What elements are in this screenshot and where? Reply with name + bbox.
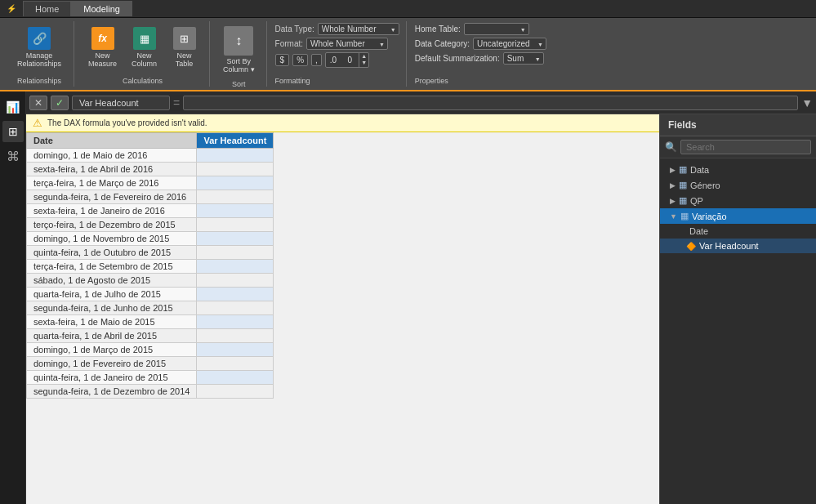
table-row[interactable]: domingo, 1 de Fevereiro de 2015 [27,357,274,371]
spin-down[interactable]: ▼ [359,60,368,66]
table-row[interactable]: segunda-feira, 1 de Dezembro de 2014 [27,385,274,399]
cell-date: quinta-feira, 1 de Outubro de 2015 [27,246,197,260]
table-row[interactable]: domingo, 1 de Maio de 2016 [27,149,274,163]
tree-icon: 🔶 [686,242,696,251]
tab-modeling[interactable]: Modeling [71,1,132,16]
tree-item-qp-group[interactable]: ▶▦QP [660,193,816,208]
tree-label: Data [690,165,709,175]
tree-chevron: ▼ [670,212,677,221]
table-row[interactable]: quinta-feira, 1 de Janeiro de 2015 [27,371,274,385]
cell-date: sexta-feira, 1 de Abril de 2016 [27,163,197,176]
cell-date: segunda-feira, 1 de Fevereiro de 2016 [27,190,197,204]
error-icon: ⚠ [33,117,42,129]
table-row[interactable]: sexta-feira, 1 de Janeiro de 2016 [27,204,274,218]
data-category-label: Data Category: [415,39,470,48]
format-dropdown-wrap: Whole Number [306,38,388,50]
tab-home[interactable]: Home [23,1,71,16]
cell-date: terça-feira, 1 de Setembro de 2015 [27,260,197,274]
error-message: The DAX formula you've provided isn't va… [47,118,207,127]
sidebar-report-icon[interactable]: 📊 [2,96,24,118]
new-measure-icon: fx [91,27,114,50]
format-label: Format: [275,39,303,48]
sidebar-data-icon[interactable]: ⊞ [2,121,24,142]
cell-var-headcount [197,274,274,288]
content-area: 📊 ⊞ ⌘ ✕ ✓ Var Headcount = ▼ ⚠ [0,91,816,504]
new-table-button[interactable]: ⊞ New Table [166,23,203,72]
formula-input[interactable] [183,96,798,110]
sidebar-model-icon[interactable]: ⌘ [2,145,24,167]
home-table-row: Home Table: [415,23,546,35]
table-scroll: ⚠ The DAX formula you've provided isn't … [26,114,659,504]
table-row[interactable]: sexta-feira, 1 de Abril de 2016 [27,163,274,176]
properties-controls: Home Table: Data Category: Uncategorized [415,23,546,65]
dollar-button[interactable]: $ [275,54,290,66]
table-row[interactable]: terço-feira, 1 de Dezembro de 2015 [27,218,274,232]
tree-item-data-group[interactable]: ▶▦Data [660,162,816,177]
calc-buttons-row: fx New Measure ▦ New Column ⊞ New Table [82,23,203,72]
tree-item-variacao-var-headcount[interactable]: 🔶Var Headcount [660,239,816,253]
formula-check-button[interactable]: ✓ [51,96,69,110]
fields-search-bar: 🔍 [660,136,816,158]
cell-var-headcount [197,218,274,232]
formula-arrow-button[interactable]: ▼ [801,96,813,109]
tree-label: Variação [692,212,727,221]
cell-date: domingo, 1 de Novembro de 2015 [27,232,197,246]
spin-up[interactable]: ▲ [359,53,368,60]
cell-var-headcount [197,329,274,343]
table-row[interactable]: terça-feira, 1 de Março de 2016 [27,176,274,190]
cell-date: segunda-feira, 1 de Dezembro de 2014 [27,385,197,399]
summarization-dropdown[interactable]: Sum [503,52,544,65]
cell-date: domingo, 1 de Março de 2015 [27,343,197,357]
fields-search-input[interactable] [680,140,811,154]
table-row[interactable]: segunda-feira, 1 de Fevereiro de 2016 [27,190,274,204]
ribbon-group-formatting: Data Type: Whole Number Format: Whole Nu… [269,21,407,87]
manage-relationships-button[interactable]: 🔗 Manage Relationships [11,23,67,72]
tree-item-genero-group[interactable]: ▶▦Género [660,177,816,193]
new-measure-button[interactable]: fx New Measure [82,23,123,72]
home-table-dropdown[interactable] [464,23,529,35]
sort-by-column-button[interactable]: ↕ Sort By Column ▾ [218,23,260,77]
title-bar: ⚡ Home Modeling [0,0,816,18]
tree-item-variacao-date[interactable]: Date [660,224,816,239]
column-header-date[interactable]: Date [27,133,197,149]
cell-date: domingo, 1 de Fevereiro de 2015 [27,357,197,371]
error-bar: ⚠ The DAX formula you've provided isn't … [26,114,659,132]
table-row[interactable]: segunda-feira, 1 de Junho de 2015 [27,301,274,315]
column-header-var-headcount[interactable]: Var Headcount [197,133,274,149]
new-column-button[interactable]: ▦ New Column [126,23,163,72]
cell-var-headcount [197,301,274,315]
formatting-controls: Data Type: Whole Number Format: Whole Nu… [275,23,399,68]
formula-close-button[interactable]: ✕ [29,96,47,110]
table-row[interactable]: quinta-feira, 1 de Outubro de 2015 [27,246,274,260]
ribbon-group-relationships: 🔗 Manage Relationships Relationships [5,21,74,87]
table-and-right: ⚠ The DAX formula you've provided isn't … [26,114,816,504]
format-dropdown[interactable]: Whole Number [306,38,388,50]
table-row[interactable]: quarta-feira, 1 de Julho de 2015 [27,288,274,301]
center-panel: ✕ ✓ Var Headcount = ▼ ⚠ The DAX formula … [26,91,816,504]
cell-date: quarta-feira, 1 de Julho de 2015 [27,288,197,301]
data-type-label: Data Type: [275,25,314,33]
table-row[interactable]: terça-feira, 1 de Setembro de 2015 [27,260,274,274]
formula-bar: ✕ ✓ Var Headcount = ▼ [26,91,816,114]
percent-button[interactable]: % [292,54,308,66]
data-category-dropdown[interactable]: Uncategorized [473,38,546,50]
tree-item-variacao-group[interactable]: ▼▦Variação [660,208,816,224]
decimal-input[interactable] [341,55,359,65]
data-category-row: Data Category: Uncategorized [415,38,546,50]
tree-label: Género [690,181,720,190]
table-row[interactable]: domingo, 1 de Novembro de 2015 [27,232,274,246]
data-type-dropdown[interactable]: Whole Number [318,23,399,35]
tree-chevron: ▶ [670,197,676,205]
home-table-label: Home Table: [415,25,461,33]
cell-var-headcount [197,190,274,204]
cell-var-headcount [197,343,274,357]
table-row[interactable]: sábado, 1 de Agosto de 2015 [27,274,274,288]
decrease-decimal-button[interactable]: .0 [326,55,341,65]
comma-button[interactable]: , [311,54,322,66]
table-row[interactable]: domingo, 1 de Março de 2015 [27,343,274,357]
table-row[interactable]: sexta-feira, 1 de Maio de 2015 [27,315,274,329]
fields-title: Fields [660,114,816,136]
cell-date: segunda-feira, 1 de Junho de 2015 [27,301,197,315]
table-row[interactable]: quarta-feira, 1 de Abril de 2015 [27,329,274,343]
formatting-group-label: Formatting [275,75,310,85]
